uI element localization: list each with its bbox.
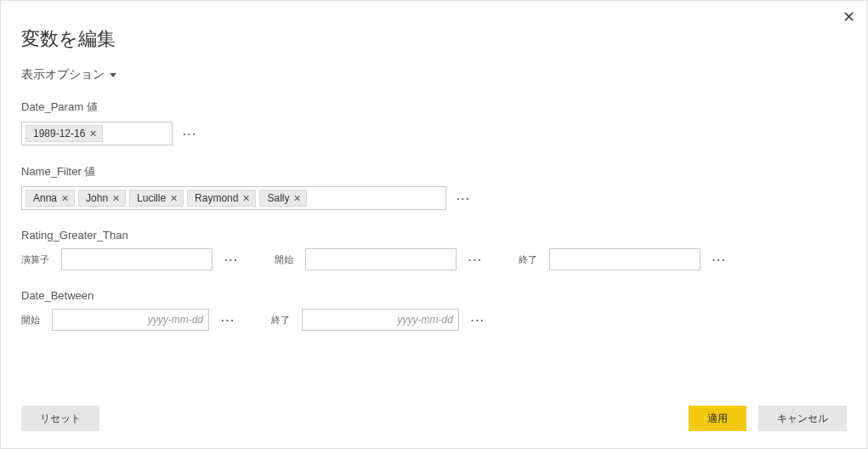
- reset-button[interactable]: リセット: [21, 406, 99, 431]
- date-param-input[interactable]: 1989-12-16 ✕: [21, 122, 173, 145]
- token-remove-icon[interactable]: ✕: [293, 193, 301, 204]
- display-options-toggle[interactable]: 表示オプション: [21, 67, 116, 82]
- name-filter-label: Name_Filter 値: [21, 164, 847, 179]
- date-start-input[interactable]: [52, 309, 209, 331]
- chevron-down-icon: [110, 73, 116, 77]
- edit-variables-dialog: ✕ 変数を編集 表示オプション Date_Param 値 1989-12-16 …: [0, 0, 868, 449]
- token: Raymond✕: [187, 190, 256, 207]
- more-icon[interactable]: ···: [224, 253, 239, 266]
- display-options-label: 表示オプション: [21, 67, 105, 82]
- token: Sally✕: [259, 190, 307, 207]
- more-icon[interactable]: ···: [221, 314, 235, 327]
- apply-button[interactable]: 適用: [689, 406, 746, 431]
- token: John✕: [78, 190, 126, 207]
- token-text: 1989-12-16: [33, 128, 85, 139]
- more-icon[interactable]: ···: [468, 253, 483, 266]
- rating-start-label: 開始: [275, 253, 293, 266]
- more-icon[interactable]: ···: [457, 192, 471, 205]
- token-text: Sally: [267, 192, 289, 204]
- rating-end-label: 終了: [519, 253, 537, 266]
- token: Anna✕: [26, 190, 75, 207]
- more-icon[interactable]: ···: [471, 314, 485, 327]
- more-icon[interactable]: ···: [712, 253, 727, 266]
- token-remove-icon[interactable]: ✕: [170, 193, 178, 204]
- date-end-input[interactable]: [302, 309, 459, 331]
- operator-label: 演算子: [21, 253, 49, 266]
- operator-input[interactable]: [61, 248, 213, 270]
- more-icon[interactable]: ···: [183, 128, 197, 140]
- date-param-label: Date_Param 値: [21, 99, 847, 115]
- section-date-param: Date_Param 値 1989-12-16 ✕ ···: [21, 99, 847, 145]
- rating-end-input[interactable]: [549, 248, 701, 270]
- rating-greater-label: Rating_Greater_Than: [21, 229, 847, 242]
- date-end-label: 終了: [271, 314, 290, 327]
- token-text: Raymond: [195, 192, 238, 204]
- date-start-label: 開始: [21, 314, 40, 327]
- token-text: Lucille: [137, 192, 166, 204]
- name-filter-input[interactable]: Anna✕ John✕ Lucille✕ Raymond✕ Sally✕: [21, 186, 446, 210]
- rating-start-input[interactable]: [305, 248, 457, 270]
- date-between-label: Date_Between: [21, 289, 847, 302]
- token-remove-icon[interactable]: ✕: [61, 193, 69, 204]
- close-icon[interactable]: ✕: [842, 9, 855, 25]
- token: 1989-12-16 ✕: [26, 125, 103, 142]
- section-date-between: Date_Between 開始 ··· 終了 ···: [21, 289, 847, 331]
- dialog-title: 変数を編集: [21, 26, 847, 52]
- cancel-button[interactable]: キャンセル: [758, 406, 847, 431]
- section-name-filter: Name_Filter 値 Anna✕ John✕ Lucille✕ Raymo…: [21, 164, 847, 210]
- section-rating-greater: Rating_Greater_Than 演算子 ··· 開始 ··· 終了 ··…: [21, 229, 847, 270]
- token-text: Anna: [33, 192, 57, 204]
- token-remove-icon[interactable]: ✕: [112, 193, 120, 204]
- token-remove-icon[interactable]: ✕: [242, 193, 250, 204]
- token: Lucille✕: [129, 190, 184, 207]
- dialog-footer: リセット 適用 キャンセル: [21, 406, 847, 431]
- token-text: John: [86, 192, 108, 204]
- token-remove-icon[interactable]: ✕: [89, 128, 97, 139]
